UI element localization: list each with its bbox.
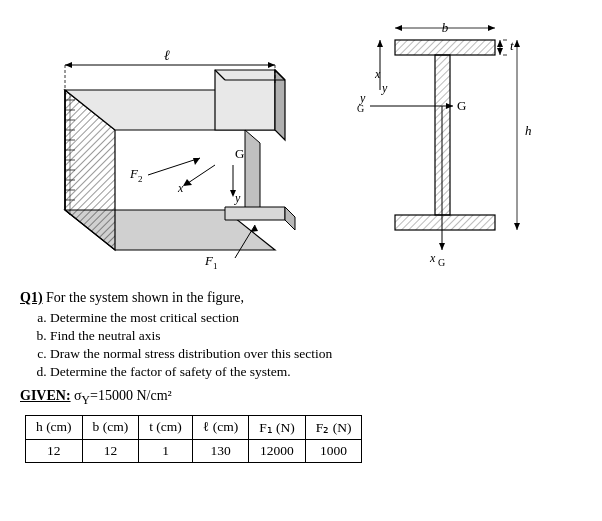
svg-line-34 (148, 158, 200, 175)
svg-text:x: x (177, 181, 184, 195)
val-l: 130 (192, 439, 248, 462)
svg-text:y: y (381, 81, 388, 95)
svg-marker-39 (251, 225, 258, 232)
svg-text:G: G (235, 146, 244, 161)
svg-text:G: G (438, 257, 445, 268)
svg-text:b: b (442, 20, 449, 35)
svg-marker-62 (514, 223, 520, 230)
svg-text:2: 2 (138, 174, 143, 184)
val-t: 1 (139, 439, 193, 462)
sub-question-c: Draw the normal stress distribution over… (50, 346, 582, 362)
col-t: t (cm) (139, 415, 193, 439)
sub-question-d: Determine the factor of safety of the sy… (50, 364, 582, 380)
svg-text:y: y (234, 191, 241, 205)
svg-text:G: G (357, 103, 364, 114)
svg-marker-61 (514, 40, 520, 47)
svg-marker-58 (497, 48, 503, 55)
content: Q1) For the system shown in the figure, … (15, 290, 587, 463)
sub-question-b: Find the neutral axis (50, 328, 582, 344)
svg-marker-28 (268, 62, 275, 68)
svg-marker-12 (285, 207, 295, 230)
sub-questions: Determine the most critical section Find… (50, 310, 582, 380)
val-b: 12 (82, 439, 139, 462)
svg-marker-42 (183, 179, 192, 186)
svg-marker-57 (497, 40, 503, 47)
val-f1: 12000 (249, 439, 306, 462)
svg-marker-70 (439, 243, 445, 250)
sub-question-a: Determine the most critical section (50, 310, 582, 326)
svg-marker-27 (65, 62, 72, 68)
given-line: GIVEN: σY=15000 N/cm² (20, 388, 582, 407)
svg-marker-76 (377, 40, 383, 47)
left-diagram: ℓ F 2 F 1 G x (15, 10, 335, 280)
svg-text:h: h (525, 123, 532, 138)
svg-rect-50 (395, 215, 495, 230)
svg-marker-53 (395, 25, 402, 31)
svg-text:x: x (429, 251, 436, 265)
col-f2: F₂ (N) (305, 415, 362, 439)
col-l: ℓ (cm) (192, 415, 248, 439)
right-diagram: b t h G (345, 10, 565, 280)
given-label: GIVEN: (20, 388, 71, 403)
svg-rect-48 (395, 40, 495, 55)
question-number: Q1) (20, 290, 43, 305)
given-value: σY=15000 N/cm² (74, 388, 172, 403)
data-table: h (cm) b (cm) t (cm) ℓ (cm) F₁ (N) F₂ (N… (25, 415, 362, 463)
svg-text:ℓ: ℓ (164, 48, 170, 63)
val-h: 12 (26, 439, 83, 462)
diagrams-row: ℓ F 2 F 1 G x (15, 10, 587, 280)
question-title: Q1) For the system shown in the figure, (20, 290, 582, 306)
page-container: ℓ F 2 F 1 G x (0, 0, 602, 521)
svg-marker-54 (488, 25, 495, 31)
question-intro: For the system shown in the figure, (46, 290, 244, 305)
svg-text:1: 1 (213, 261, 218, 271)
svg-text:G: G (457, 98, 466, 113)
svg-marker-11 (225, 207, 285, 220)
table-row: 12 12 1 130 12000 1000 (26, 439, 362, 462)
svg-marker-35 (193, 158, 200, 165)
svg-text:t: t (510, 38, 514, 53)
col-h: h (cm) (26, 415, 83, 439)
val-f2: 1000 (305, 439, 362, 462)
col-f1: F₁ (N) (249, 415, 306, 439)
col-b: b (cm) (82, 415, 139, 439)
